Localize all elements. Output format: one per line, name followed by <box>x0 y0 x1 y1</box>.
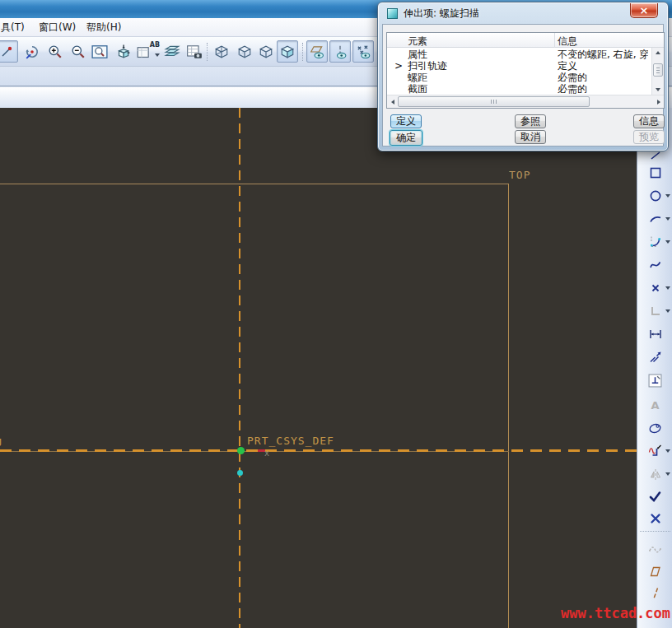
csys-tool-button[interactable] <box>639 301 671 321</box>
table-row-sweep-trajectory[interactable]: > 扫引轨迹 定义 <box>387 60 651 72</box>
zoom-in-button[interactable] <box>44 40 66 63</box>
repaint-button[interactable] <box>112 40 133 63</box>
define-button[interactable]: 定义 <box>390 114 422 128</box>
text-tool-button[interactable]: A <box>639 395 671 415</box>
centerline-tool-button[interactable] <box>639 584 671 603</box>
named-views-button[interactable]: AB <box>133 40 161 63</box>
datum-centerline-vertical[interactable] <box>239 108 240 628</box>
spline-fit-tool-icon <box>648 542 662 555</box>
datum-centerline-horizontal[interactable] <box>0 449 637 452</box>
datum-plane-top-edge-v[interactable] <box>508 184 509 628</box>
vertical-scrollbar[interactable] <box>651 48 664 95</box>
spline-fit-tool-button[interactable] <box>639 538 671 558</box>
toolbar-separator <box>302 43 303 61</box>
csys-label[interactable]: PRT_CSYS_DEF <box>247 435 334 447</box>
fillet-tool-icon <box>649 235 662 249</box>
arc-tool-button[interactable] <box>639 209 671 229</box>
menu-item-help[interactable]: 帮助(H) <box>84 21 124 35</box>
fillet-tool-dropdown-caret[interactable] <box>665 240 670 244</box>
mirror-trim-dropdown-caret[interactable] <box>665 472 670 476</box>
arc-tool-dropdown-caret[interactable] <box>665 217 670 221</box>
sketch-line-partial-button[interactable] <box>0 40 18 63</box>
circle-tool-dropdown-caret[interactable] <box>665 194 670 198</box>
text-tool-icon: A <box>651 399 659 412</box>
element-table-header: 元素 信息 <box>387 33 664 48</box>
table-row-pitch[interactable]: 螺距 必需的 <box>387 72 651 83</box>
graphics-canvas[interactable]: TOP PRT_CSYS_DEF J x <box>0 108 637 628</box>
parallelogram-tool-button[interactable] <box>639 561 671 581</box>
palette-tool-icon <box>648 422 662 435</box>
row-element-label: 属性 <box>408 49 427 60</box>
line-tool-button[interactable] <box>639 151 671 160</box>
modify-dims-tool-button[interactable] <box>639 347 671 367</box>
palette-tool-button[interactable] <box>639 418 671 438</box>
rectangle-tool-icon <box>649 166 662 179</box>
horizontal-scrollbar[interactable] <box>387 95 664 108</box>
layers-icon <box>164 44 180 59</box>
datum-plane-toggle-button[interactable] <box>306 40 328 63</box>
table-row-attributes[interactable]: 属性 不变的螺距, 右旋, 穿 <box>387 49 651 60</box>
point-tool-button[interactable] <box>639 278 671 298</box>
cancel-button[interactable]: 取消 <box>515 130 546 144</box>
datum-label-top[interactable]: TOP <box>509 169 530 181</box>
point-tool-dropdown-caret[interactable] <box>665 286 670 290</box>
use-edge-tool-button[interactable] <box>639 441 671 461</box>
datum-point-toggle-button[interactable] <box>352 40 374 63</box>
layers-button[interactable] <box>161 40 183 63</box>
spin-center-button[interactable] <box>21 40 43 63</box>
dimension-tool-button[interactable] <box>639 324 671 344</box>
no-hidden-display-icon <box>259 44 273 59</box>
dialog-titlebar[interactable]: 伸出项: 螺旋扫描 <box>378 2 668 24</box>
fillet-tool-button[interactable] <box>639 232 671 252</box>
row-info-value: 必需的 <box>558 83 648 95</box>
csys-tool-dropdown-caret[interactable] <box>665 309 670 313</box>
zoom-in-icon <box>48 44 63 59</box>
hidden-line-display-button[interactable] <box>234 40 255 63</box>
menu-item-tools[interactable]: 具(T) <box>0 21 27 35</box>
row-info-value: 必需的 <box>558 72 648 83</box>
datum-axis-toggle-button[interactable] <box>329 40 351 63</box>
datum-point-toggle-icon <box>356 44 371 59</box>
rectangle-tool-button[interactable] <box>639 163 671 183</box>
info-button[interactable]: 信息 <box>633 114 665 128</box>
constraint-tool-button[interactable] <box>639 370 671 390</box>
spline-tool-button[interactable] <box>639 255 671 275</box>
csys-origin-point[interactable] <box>237 447 245 454</box>
accept-check-icon <box>648 490 662 503</box>
no-hidden-display-button[interactable] <box>255 40 277 63</box>
references-button[interactable]: 参照 <box>515 114 546 128</box>
horizontal-scroll-thumb[interactable] <box>398 96 590 107</box>
table-row-section[interactable]: 截面 必需的 <box>387 83 651 95</box>
scroll-left-button[interactable] <box>387 95 398 108</box>
refit-button[interactable] <box>89 40 110 63</box>
ok-button[interactable]: 确定 <box>390 130 422 146</box>
zoom-out-button[interactable] <box>68 40 89 63</box>
arrow-down-icon <box>656 88 660 91</box>
menu-item-window[interactable]: 窗口(W) <box>36 21 78 35</box>
modify-dims-tool-icon <box>649 351 662 364</box>
mirror-trim-tool-button[interactable] <box>639 464 671 484</box>
datum-plane-top-edge-h[interactable] <box>0 184 509 184</box>
centerline-tool-icon <box>650 587 661 601</box>
row-element-label: 截面 <box>408 83 427 95</box>
scroll-right-button[interactable] <box>653 95 664 108</box>
hidden-line-display-icon <box>237 44 252 59</box>
vertical-scroll-thumb[interactable] <box>653 63 663 77</box>
spline-tool-icon <box>649 258 662 272</box>
use-edge-dropdown-caret[interactable] <box>665 449 670 453</box>
scroll-up-button[interactable] <box>652 48 664 58</box>
sketch-line-partial-icon <box>1 45 14 58</box>
wireframe-display-button[interactable] <box>211 40 232 63</box>
arc-tool-icon <box>649 212 662 226</box>
csys-y-axis-point[interactable] <box>237 470 243 476</box>
preview-button[interactable]: 预览 <box>633 130 665 144</box>
shaded-display-button[interactable] <box>277 40 298 63</box>
view-manager-button[interactable] <box>183 40 206 63</box>
circle-tool-button[interactable] <box>639 186 671 206</box>
toolbar-separator <box>640 531 670 532</box>
scroll-down-button[interactable] <box>652 85 664 95</box>
accept-button[interactable] <box>639 486 671 506</box>
dialog-close-button[interactable]: × <box>630 3 658 18</box>
cancel-button[interactable] <box>639 509 671 528</box>
point-tool-icon <box>650 282 661 294</box>
